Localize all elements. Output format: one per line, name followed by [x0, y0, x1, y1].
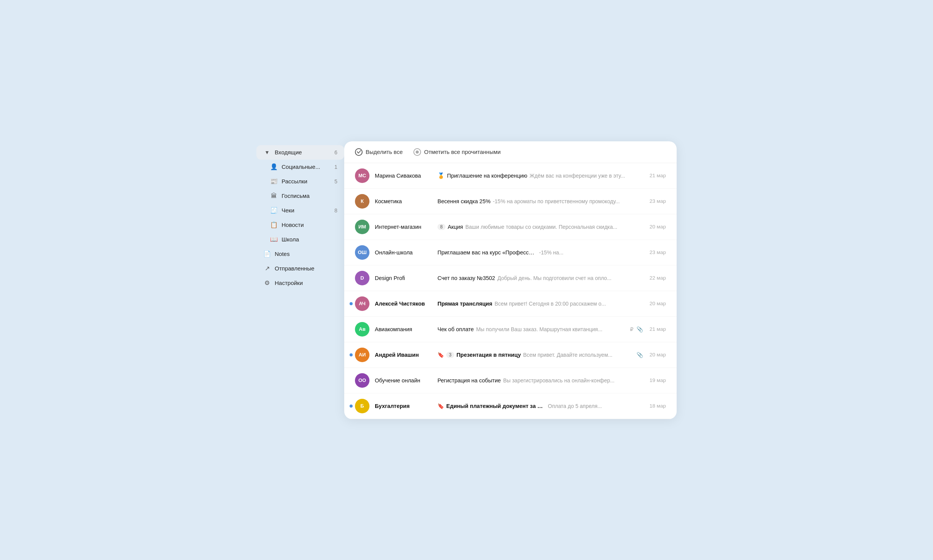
sidebar-label-school: Школа [282, 236, 337, 243]
sidebar-label-news: Новости [282, 222, 337, 228]
email-row[interactable]: D Design Profi Счет по заказу №3502Добры… [344, 265, 677, 291]
mark-read-icon [413, 148, 421, 156]
subject: Приглашаем вас на курс «Профессия: интер… [437, 249, 537, 256]
sidebar: ▾ Входящие 6 👤 Социальные... 1 📰 Рассылк… [256, 141, 344, 294]
content-col: Прямая трансляцияВсем привет! Сегодня в … [437, 301, 638, 307]
email-list: МС Марина Сивакова 🏅Приглашение на конфе… [344, 163, 677, 419]
select-all-icon [355, 148, 363, 156]
meta-col: ₽📎21 мар [630, 326, 666, 332]
chevron-down-icon: ▾ [263, 149, 271, 156]
date: 23 мар [646, 198, 666, 204]
preview: Ждём вас на конференции уже в эту... [530, 173, 638, 179]
email-row[interactable]: АИ Андрей Ивашин 🔖3Презентация в пятницу… [344, 342, 677, 368]
sidebar-badge-receipts: 8 [330, 207, 337, 214]
mark-read-label: Отметить все прочитанными [424, 149, 501, 155]
preview: Всем привет! Сегодня в 20:00 расскажем о… [494, 301, 638, 307]
tag-icon: 🏅 [437, 172, 445, 179]
preview: -15% на... [539, 249, 638, 256]
preview: Ваши любимые товары со скидками. Персона… [465, 224, 638, 230]
sender-col: Бухгалтерия [375, 403, 432, 409]
preview: Оплата до 5 апреля... [548, 403, 638, 409]
sender-col: Алексей Чистяков [375, 300, 432, 307]
content-col: Счет по заказу №3502Добрый день. Мы подг… [437, 275, 638, 281]
sidebar-item-inbox[interactable]: ▾ Входящие 6 [256, 145, 344, 160]
attach-icon: 📎 [637, 352, 643, 358]
email-row[interactable]: МС Марина Сивакова 🏅Приглашение на конфе… [344, 163, 677, 189]
sidebar-item-sent[interactable]: ↗ Отправленные [256, 261, 344, 276]
email-row[interactable]: АЧ Алексей Чистяков Прямая трансляцияВсе… [344, 291, 677, 317]
meta-col: 📎20 мар [637, 352, 666, 358]
sender-col: Design Profi [375, 275, 432, 282]
sidebar-label-gov: Госписьма [282, 193, 337, 199]
sidebar-item-gov[interactable]: 🏛 Госписьма [256, 189, 344, 203]
sidebar-label-sent: Отправленные [275, 265, 337, 272]
check-inner [416, 151, 419, 154]
sidebar-item-receipts[interactable]: 🧾 Чеки 8 [256, 203, 344, 218]
main-panel: Выделить все Отметить все прочитанными М… [344, 141, 677, 419]
email-row[interactable]: К Косметика Весення скидка 25%-15% на ар… [344, 189, 677, 214]
sender-name: Алексей Чистяков [375, 301, 425, 307]
email-row[interactable]: ОО Обучение онлайн Регистрация на событи… [344, 368, 677, 393]
count-badge: 3 [446, 352, 454, 358]
bookmark-icon: 🔖 [437, 352, 444, 358]
sidebar-badge-social: 1 [330, 164, 337, 170]
date: 18 мар [646, 403, 666, 409]
date: 20 мар [646, 301, 666, 306]
sender-name: Интернет-магазин [375, 224, 421, 230]
email-row[interactable]: ИМ Интернет-магазин 8АкцияВаши любимые т… [344, 214, 677, 240]
avatar: К [355, 194, 369, 209]
sidebar-item-school[interactable]: 📖 Школа [256, 232, 344, 247]
notes-icon: 📄 [263, 250, 271, 258]
meta-col: 23 мар [646, 198, 666, 204]
sidebar-label-notes: Notes [275, 251, 337, 257]
sender-name: Бухгалтерия [375, 403, 410, 409]
sidebar-label-newsletters: Рассылки [282, 178, 326, 185]
gear-icon: ⚙ [263, 279, 271, 287]
content-col: 🔖Единый платежный документ за Март 2023О… [437, 403, 638, 409]
sender-col: Марина Сивакова [375, 172, 432, 179]
mark-read-button[interactable]: Отметить все прочитанными [413, 148, 501, 156]
content-col: Весення скидка 25%-15% на ароматы по при… [437, 198, 638, 204]
sidebar-item-settings[interactable]: ⚙ Настройки [256, 276, 344, 290]
toolbar: Выделить все Отметить все прочитанными [344, 141, 677, 163]
sidebar-label-settings: Настройки [275, 280, 337, 286]
sidebar-item-notes[interactable]: 📄 Notes [256, 247, 344, 261]
news-icon: 📋 [270, 221, 278, 229]
content-col: 🏅Приглашение на конференциюЖдём вас на к… [437, 172, 638, 179]
sidebar-item-newsletters[interactable]: 📰 Рассылки 5 [256, 174, 344, 189]
date: 19 мар [646, 377, 666, 383]
email-row[interactable]: Ав Авиакомпания Чек об оплатеМы получили… [344, 317, 677, 342]
sender-name: Косметика [375, 198, 402, 204]
avatar: АИ [355, 348, 369, 362]
subject: Чек об оплате [437, 326, 474, 332]
unread-dot [350, 353, 353, 356]
sidebar-item-news[interactable]: 📋 Новости [256, 218, 344, 232]
sender-col: Обучение онлайн [375, 377, 432, 384]
content-col: 8АкцияВаши любимые товары со скидками. П… [437, 224, 638, 230]
gov-icon: 🏛 [270, 192, 278, 200]
social-icon: 👤 [270, 163, 278, 171]
email-row[interactable]: ОШ Онлайн-школа Приглашаем вас на курс «… [344, 240, 677, 265]
date: 20 мар [646, 352, 666, 358]
sender-col: Интернет-магазин [375, 223, 432, 230]
date: 22 мар [646, 275, 666, 281]
meta-col: 22 мар [646, 275, 666, 281]
subject: Счет по заказу №3502 [437, 275, 495, 281]
avatar: Б [355, 399, 369, 413]
unread-dot [350, 302, 353, 305]
date: 21 мар [646, 326, 666, 332]
meta-col: 23 мар [646, 249, 666, 255]
date: 23 мар [646, 249, 666, 255]
count-badge: 8 [437, 224, 445, 230]
school-icon: 📖 [270, 236, 278, 243]
sidebar-badge-inbox: 6 [330, 149, 337, 155]
app-container: ▾ Входящие 6 👤 Социальные... 1 📰 Рассылк… [256, 141, 677, 419]
subject: Презентация в пятницу [457, 352, 521, 358]
content-col: Чек об оплатеМы получили Ваш заказ. Марш… [437, 326, 622, 332]
sidebar-item-social[interactable]: 👤 Социальные... 1 [256, 160, 344, 174]
date: 20 мар [646, 224, 666, 230]
preview: Вы зарегистрировались на онлайн-конфер..… [503, 377, 638, 384]
select-all-button[interactable]: Выделить все [355, 148, 403, 156]
sidebar-badge-newsletters: 5 [330, 178, 337, 185]
email-row[interactable]: Б Бухгалтерия 🔖Единый платежный документ… [344, 393, 677, 419]
